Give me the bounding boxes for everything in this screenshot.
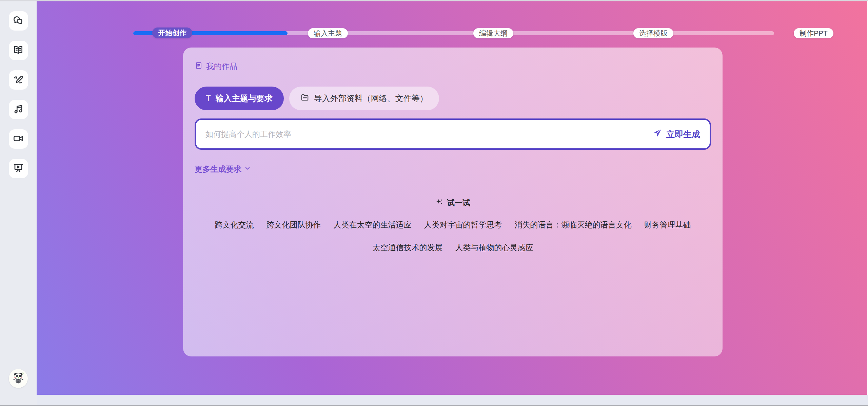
send-plane-icon [653, 128, 662, 140]
generate-button[interactable]: 立即生成 [646, 128, 700, 140]
topic-input-box: 立即生成 [195, 118, 711, 150]
suggestion-chip[interactable]: 太空通信技术的发展 [373, 242, 443, 253]
step-label: 编辑大纲 [479, 29, 508, 38]
step-make-ppt[interactable]: 制作PPT [794, 28, 833, 38]
window-top-edge [0, 0, 868, 1]
sidebar-item-writing[interactable] [9, 70, 28, 90]
try-title: 试一试 [427, 198, 479, 208]
sidebar-item-music[interactable] [9, 100, 28, 119]
creation-panel: 我的作品 T 输入主题与要求 导入外部资料（网络、文件等） [183, 48, 723, 356]
suggestion-row-1: 跨文化交流 跨文化团队协作 人类在太空的生活适应 人类对宇宙的哲学思考 消失的语… [195, 220, 711, 230]
main-workspace: 开始创作 输入主题 编辑大纲 选择模版 制作PPT 我的作品 [37, 1, 868, 395]
suggestion-chip[interactable]: 人类在太空的生活适应 [334, 220, 412, 230]
document-icon [195, 61, 203, 72]
suggestion-chip[interactable]: 人类与植物的心灵感应 [455, 242, 533, 253]
tab-input-topic[interactable]: T 输入主题与要求 [195, 87, 284, 110]
step-edit-outline[interactable]: 编辑大纲 [473, 28, 513, 38]
folder-icon [300, 93, 309, 104]
step-label: 输入主题 [314, 29, 342, 38]
tab-label: 导入外部资料（网络、文件等） [314, 93, 428, 104]
presentation-icon [13, 163, 24, 175]
step-label: 制作PPT [800, 29, 828, 38]
text-T-icon: T [206, 94, 211, 103]
video-camera-icon [13, 133, 24, 145]
chevron-down-icon [244, 165, 251, 174]
sidebar-item-chat[interactable] [9, 11, 28, 31]
generate-label: 立即生成 [666, 129, 700, 140]
step-start-creation[interactable]: 开始创作 [152, 27, 192, 38]
sidebar-item-presentation[interactable] [9, 159, 28, 178]
tab-import-material[interactable]: 导入外部资料（网络、文件等） [289, 87, 439, 110]
try-title-label: 试一试 [447, 198, 470, 208]
tab-label: 输入主题与要求 [216, 93, 273, 104]
divider-right [479, 203, 711, 203]
step-choose-template[interactable]: 选择模版 [633, 28, 673, 38]
window-bottom-strip [0, 395, 868, 405]
avatar-container [9, 369, 28, 388]
pencil-icon [13, 74, 24, 86]
suggestion-row-2: 太空通信技术的发展 人类与植物的心灵感应 [195, 242, 711, 253]
suggestion-chip[interactable]: 财务管理基础 [644, 220, 691, 230]
user-avatar[interactable] [9, 369, 28, 388]
suggestion-chip[interactable]: 消失的语言：濒临灭绝的语言文化 [515, 220, 632, 230]
book-icon [13, 44, 24, 57]
music-icon [13, 104, 24, 116]
step-label: 选择模版 [639, 29, 668, 38]
suggestion-chip[interactable]: 跨文化团队协作 [267, 220, 321, 230]
try-section-header: 试一试 [195, 198, 711, 208]
more-requirements-label: 更多生成要求 [195, 164, 241, 174]
sidebar [0, 1, 37, 405]
sparkles-icon [435, 198, 443, 208]
my-works-label: 我的作品 [206, 61, 237, 72]
source-tabs: T 输入主题与要求 导入外部资料（网络、文件等） [195, 87, 711, 110]
more-requirements-toggle[interactable]: 更多生成要求 [195, 164, 251, 174]
topic-input[interactable] [205, 130, 646, 139]
sidebar-item-reading[interactable] [9, 41, 28, 60]
suggestion-chip[interactable]: 人类对宇宙的哲学思考 [424, 220, 502, 230]
panda-avatar-icon [11, 370, 26, 387]
suggestion-chip[interactable]: 跨文化交流 [215, 220, 254, 230]
chat-icon [13, 15, 24, 27]
step-label: 开始创作 [158, 28, 186, 38]
divider-left [195, 203, 427, 203]
my-works-link[interactable]: 我的作品 [195, 61, 237, 72]
progress-stepper: 开始创作 输入主题 编辑大纲 选择模版 制作PPT [37, 1, 868, 42]
sidebar-item-video[interactable] [9, 129, 28, 149]
step-input-topic[interactable]: 输入主题 [308, 28, 348, 38]
